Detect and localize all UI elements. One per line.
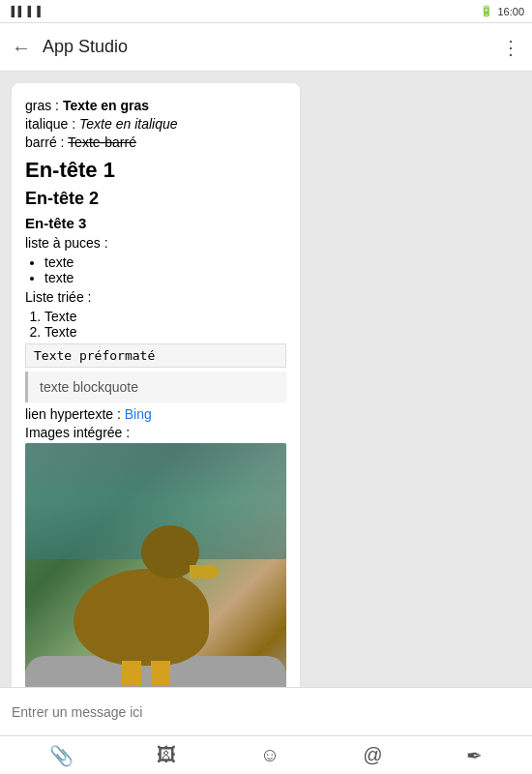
status-right: 🔋 16:00 — [480, 5, 524, 17]
blockquote: texte blockquote — [25, 372, 286, 402]
bold-line: gras : Texte en gras — [25, 98, 286, 113]
link-label: lien hypertexte : — [25, 406, 125, 422]
input-area — [0, 687, 532, 735]
duck-feet-left — [122, 661, 141, 685]
back-button[interactable]: ← — [12, 38, 31, 57]
formatting-icon[interactable]: ✒ — [466, 744, 483, 767]
status-left: ▐▐ ▐ ▐ — [8, 6, 480, 16]
ordered-list-label: Liste triée : — [25, 289, 286, 305]
emoji-icon[interactable]: ☺ — [260, 744, 280, 766]
attachment-icon[interactable]: 📎 — [49, 744, 74, 767]
strike-text: Texte-barré — [68, 134, 136, 150]
heading-1: En-tête 1 — [25, 158, 286, 183]
chat-area: gras : Texte en gras italique : Texte en… — [0, 72, 532, 687]
strike-label: barré : — [25, 134, 68, 150]
top-bar: ← App Studio ⋮ — [0, 23, 532, 72]
message-input[interactable] — [12, 704, 520, 720]
bullet-list-label: liste à puces : — [25, 235, 286, 251]
embedded-image — [25, 443, 286, 687]
bold-text: Texte en gras — [63, 98, 149, 113]
status-bar: ▐▐ ▐ ▐ 🔋 16:00 — [0, 0, 532, 23]
hyperlink[interactable]: Bing — [125, 406, 152, 422]
heading-3: En-tête 3 — [25, 215, 286, 231]
italic-text: Texte en italique — [79, 116, 177, 132]
status-icons: ▐▐ ▐ ▐ — [8, 6, 41, 16]
duck-feet-right — [151, 661, 170, 685]
menu-button[interactable]: ⋮ — [501, 36, 520, 59]
link-line: lien hypertexte : Bing — [25, 406, 286, 422]
italic-line: italique : Texte en italique — [25, 116, 286, 132]
ordered-list: Texte Texte — [44, 309, 286, 340]
time-display: 16:00 — [497, 6, 524, 17]
ordered-item-2: Texte — [44, 324, 286, 340]
image-label: Images intégrée : — [25, 425, 286, 440]
bullet-item-1: texte — [44, 254, 286, 270]
bullet-list: texte texte — [44, 254, 286, 285]
bold-label: gras : — [25, 98, 63, 113]
ordered-item-1: Texte — [44, 309, 286, 324]
heading-2: En-tête 2 — [25, 189, 286, 209]
preformatted-text: Texte préformaté — [25, 343, 286, 368]
italic-label: italique : — [25, 116, 79, 132]
bottom-toolbar: 📎 🖼 ☺ @ ✒ — [0, 735, 532, 774]
app-title: App Studio — [43, 37, 501, 57]
mention-icon[interactable]: @ — [363, 744, 382, 766]
sticker-icon[interactable]: 🖼 — [157, 744, 176, 766]
battery-icon: 🔋 — [480, 5, 493, 17]
bullet-item-2: texte — [44, 270, 286, 285]
strike-line: barré : Texte-barré — [25, 134, 286, 150]
duck-body — [74, 569, 209, 666]
message-bubble: gras : Texte en gras italique : Texte en… — [12, 83, 300, 687]
duck-bill — [190, 565, 219, 579]
